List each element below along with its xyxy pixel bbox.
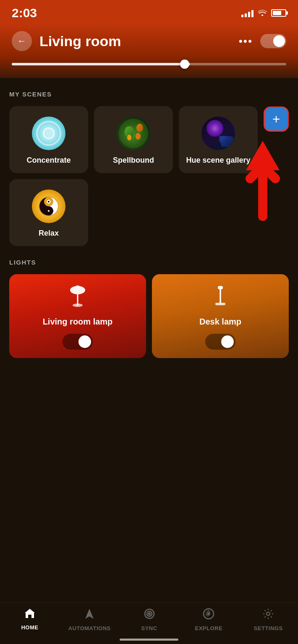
svg-point-4 <box>48 210 50 212</box>
scenes-grid-row1: Concentrate <box>9 106 258 173</box>
svg-marker-11 <box>85 609 94 619</box>
nav-item-settings[interactable]: SETTINGS <box>247 608 289 631</box>
slider-track <box>12 63 286 65</box>
home-nav-label: HOME <box>21 624 38 631</box>
lights-grid: Living room lamp De <box>9 274 289 358</box>
svg-rect-9 <box>215 303 225 305</box>
my-scenes-section: MY SCENES Concentrate <box>9 91 289 259</box>
battery-icon <box>271 9 286 17</box>
room-power-toggle[interactable] <box>260 34 286 48</box>
settings-nav-label: SETTINGS <box>254 625 283 631</box>
desk-lamp-icon <box>212 284 229 309</box>
status-time: 2:03 <box>12 6 37 20</box>
content: MY SCENES Concentrate <box>0 78 298 358</box>
spellbound-label: Spellbound <box>113 156 154 165</box>
svg-point-16 <box>208 613 210 615</box>
desk-lamp-toggle[interactable] <box>205 334 235 350</box>
living-room-lamp-toggle-knob <box>78 335 91 348</box>
nav-item-automations[interactable]: AUTOMATIONS <box>68 608 111 631</box>
concentrate-ring <box>36 121 61 146</box>
scene-card-spellbound[interactable]: Spellbound <box>94 106 173 173</box>
living-room-lamp-label: Living room lamp <box>43 316 113 327</box>
brightness-slider[interactable] <box>12 63 286 65</box>
home-indicator <box>120 639 178 641</box>
page-title: Living room <box>39 33 239 49</box>
header-top: ← Living room ••• <box>12 31 286 51</box>
automations-nav-label: AUTOMATIONS <box>68 625 111 631</box>
lights-label: LIGHTS <box>9 259 289 266</box>
my-scenes-label: MY SCENES <box>9 91 258 98</box>
wifi-icon <box>258 8 267 18</box>
slider-fill <box>12 63 190 65</box>
back-button[interactable]: ← <box>12 31 32 51</box>
status-bar: 2:03 <box>0 0 298 24</box>
explore-nav-label: EXPLORE <box>195 625 223 631</box>
scenes-grid-row2: Relax <box>9 179 258 246</box>
status-icons <box>241 8 286 18</box>
concentrate-label: Concentrate <box>26 156 71 165</box>
svg-point-7 <box>75 285 80 290</box>
living-room-lamp-icon <box>68 284 87 309</box>
relax-yin-yang-icon <box>38 195 60 217</box>
scene-card-relax[interactable]: Relax <box>9 179 88 246</box>
add-btn-area: + <box>264 106 289 132</box>
desk-lamp-label: Desk lamp <box>199 316 241 327</box>
settings-icon <box>262 608 274 623</box>
concentrate-icon <box>32 117 65 150</box>
lights-section: LIGHTS Living room lamp <box>9 259 289 358</box>
scenes-cards-area: MY SCENES Concentrate <box>9 91 258 259</box>
nav-item-home[interactable]: HOME <box>9 608 51 631</box>
scenes-top-row: MY SCENES Concentrate <box>9 91 289 259</box>
explore-icon <box>203 608 214 623</box>
svg-point-3 <box>48 201 50 203</box>
automations-icon <box>84 608 94 623</box>
relax-icon <box>32 190 65 223</box>
header-actions: ••• <box>239 34 286 48</box>
more-button[interactable]: ••• <box>239 35 253 48</box>
concentrate-core <box>43 127 55 139</box>
light-card-living-room-lamp[interactable]: Living room lamp <box>9 274 146 358</box>
scene-card-concentrate[interactable]: Concentrate <box>9 106 88 173</box>
living-room-lamp-toggle[interactable] <box>63 334 93 350</box>
light-card-desk-lamp[interactable]: Desk lamp <box>152 274 289 358</box>
bottom-nav: HOME AUTOMATIONS SYNC <box>0 602 298 644</box>
sync-nav-label: SYNC <box>141 625 157 631</box>
nav-item-explore[interactable]: EXPLORE <box>188 608 230 631</box>
spellbound-icon <box>117 117 150 150</box>
slider-thumb <box>180 60 189 69</box>
desk-lamp-toggle-knob <box>221 335 234 348</box>
home-icon <box>24 608 36 622</box>
toggle-knob <box>273 35 285 47</box>
relax-label: Relax <box>39 229 59 238</box>
nav-item-sync[interactable]: SYNC <box>128 608 170 631</box>
svg-point-17 <box>267 612 270 615</box>
add-scene-button[interactable]: + <box>264 106 289 132</box>
svg-point-14 <box>149 613 150 615</box>
svg-point-6 <box>73 304 83 307</box>
signal-icon <box>241 9 254 17</box>
scene-card-gallery[interactable]: Hue scene gallery <box>179 106 258 173</box>
gallery-icon <box>201 117 235 150</box>
gallery-label: Hue scene gallery <box>186 156 250 165</box>
header: ← Living room ••• <box>0 24 298 78</box>
sync-icon <box>144 608 155 623</box>
